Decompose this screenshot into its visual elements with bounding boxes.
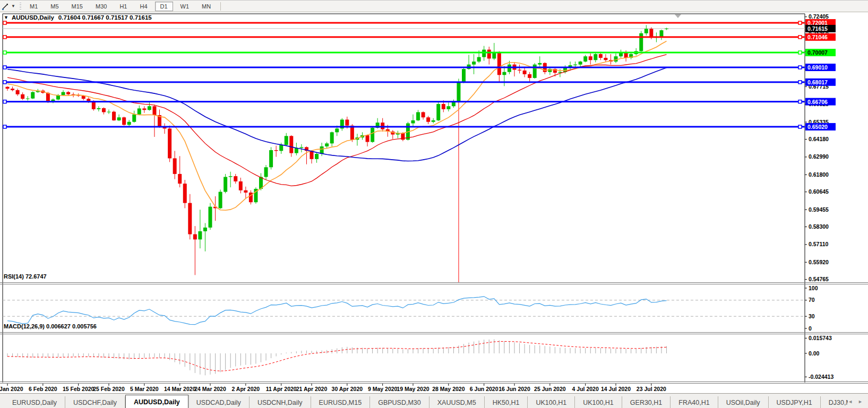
candle-body xyxy=(487,50,491,59)
hline-handle[interactable] xyxy=(3,66,6,69)
time-tick-label: 28 May 2020 xyxy=(432,386,465,392)
tab-uk100-h1[interactable]: UK100,H1 xyxy=(528,396,575,408)
chart-shift-marker-icon[interactable] xyxy=(675,14,681,18)
hline-handle[interactable] xyxy=(3,36,6,39)
hline-handle[interactable] xyxy=(798,66,802,69)
tab-usdcnh-daily[interactable]: USDCNH,Daily xyxy=(250,396,311,408)
price-tick-label: 0.57110 xyxy=(809,241,829,247)
chart-canvas[interactable]: 0.724050.712500.700600.688700.677150.665… xyxy=(0,12,868,393)
rsi-tick-label: 30 xyxy=(809,313,815,319)
toolbar-separator xyxy=(220,2,221,11)
macd-tick-label: -0.024413 xyxy=(809,374,833,380)
rsi-indicator-label: RSI(14) 72.6747 xyxy=(4,273,47,280)
timeframe-button-m5[interactable]: M5 xyxy=(45,2,64,11)
candle-body xyxy=(142,108,146,110)
timeframe-button-d1[interactable]: D1 xyxy=(155,2,173,11)
candle-body xyxy=(442,104,445,109)
time-tick-label: 11 Apr 2020 xyxy=(266,386,297,392)
candle-body xyxy=(173,158,177,173)
hline-0.71046[interactable] xyxy=(3,36,805,39)
hline-handle[interactable] xyxy=(3,125,6,128)
tab-gbpusd-m30[interactable]: GBPUSD,M30 xyxy=(370,396,429,408)
tab-audusd-daily[interactable]: AUDUSD,Daily xyxy=(125,395,188,408)
hline-handle[interactable] xyxy=(3,81,6,84)
hline-body xyxy=(3,66,805,68)
hline-price-badge: 0.65020 xyxy=(805,123,836,131)
candle-body xyxy=(137,108,141,114)
chart-title: ▼ AUDUSD,Daily 0.71604 0.71667 0.71517 0… xyxy=(4,14,152,21)
tab-usdjpy-h1[interactable]: USDJPY,H1 xyxy=(769,396,821,408)
hline-0.72001[interactable] xyxy=(3,21,805,24)
tab-usoil-daily[interactable]: USOil,Daily xyxy=(718,396,769,408)
hline-0.68017[interactable] xyxy=(3,81,805,84)
hline-body xyxy=(3,126,805,127)
hline-handle[interactable] xyxy=(3,51,6,54)
candle-body xyxy=(477,57,481,62)
moving-average-25[interactable] xyxy=(7,55,667,186)
hline-body xyxy=(3,81,805,83)
candle-body xyxy=(579,62,582,65)
tab-ger30-h1[interactable]: GER30,H1 xyxy=(622,396,671,408)
tab-scroll-arrows: ◄ ► xyxy=(848,395,863,408)
hline-0.65020[interactable] xyxy=(3,125,805,128)
candle-body xyxy=(583,56,587,62)
tab-usdcad-daily[interactable]: USDCAD,Daily xyxy=(188,396,250,408)
hline-0.66706[interactable] xyxy=(3,100,805,103)
candles-layer xyxy=(6,25,669,275)
hline-0.70007[interactable] xyxy=(3,51,805,54)
candle-body xyxy=(239,181,243,190)
timeframe-button-h1[interactable]: H1 xyxy=(114,2,132,11)
time-tick-label: 9 May 2020 xyxy=(368,386,398,392)
macd-tick-label: 0.00 xyxy=(809,350,820,357)
hline-handle[interactable] xyxy=(798,36,802,39)
tab-dj30-m15[interactable]: DJ30,M15 xyxy=(821,396,848,408)
line-studies-cursor-icon[interactable] xyxy=(1,2,10,11)
tab-scroll-right-icon[interactable]: ► xyxy=(858,399,863,404)
hline-handle[interactable] xyxy=(798,21,802,24)
candle-body xyxy=(148,106,151,110)
candle-body xyxy=(97,108,100,109)
tab-xauusd-m5[interactable]: XAUUSD,M5 xyxy=(429,396,485,408)
price-tick-label: 0.54765 xyxy=(809,276,829,282)
tab-usdchf-daily[interactable]: USDCHF,Daily xyxy=(65,396,125,408)
price-tick-label: 0.58300 xyxy=(809,223,829,230)
timeframe-button-mn[interactable]: MN xyxy=(196,2,216,11)
tool-dropdown-caret-icon[interactable]: ▼ xyxy=(10,4,16,8)
timeframe-button-m30[interactable]: M30 xyxy=(90,2,112,11)
candle-body xyxy=(66,92,70,94)
candle-body xyxy=(497,53,501,75)
tab-fra40-h1[interactable]: FRA40,H1 xyxy=(671,396,718,408)
candle-body xyxy=(533,65,537,78)
price-tick-label: 0.55920 xyxy=(809,259,829,265)
tab-scroll-left-icon[interactable]: ◄ xyxy=(848,399,853,404)
hline-handle[interactable] xyxy=(3,21,6,24)
hline-handle[interactable] xyxy=(798,51,802,54)
tab-hk50-h1[interactable]: HK50,H1 xyxy=(485,396,528,408)
timeframe-button-m15[interactable]: M15 xyxy=(66,2,88,11)
candle-body xyxy=(426,117,430,121)
timeframe-buttons: M1M5M15M30H1H4D1W1MN xyxy=(23,2,217,11)
toolbar-grip[interactable] xyxy=(20,2,21,11)
candle-body xyxy=(411,120,415,124)
candle-body xyxy=(665,29,668,29)
timeframe-button-m1[interactable]: M1 xyxy=(24,2,43,11)
hline-price-badge: 0.71046 xyxy=(805,33,836,41)
price-tick-label: 0.60645 xyxy=(809,188,829,195)
candle-body xyxy=(599,54,603,58)
candle-body xyxy=(457,82,460,101)
tab-eurusd-m15[interactable]: EURUSD,M15 xyxy=(311,396,371,408)
hline-handle[interactable] xyxy=(798,81,802,84)
hline-handle[interactable] xyxy=(798,125,802,128)
candle-body xyxy=(523,71,527,74)
hline-0.69010[interactable] xyxy=(3,66,805,69)
hline-handle[interactable] xyxy=(798,100,802,103)
tab-eurusd-daily[interactable]: EURUSD,Daily xyxy=(4,396,65,408)
timeframe-button-h4[interactable]: H4 xyxy=(134,2,152,11)
tab-uk100-h1[interactable]: UK100,H1 xyxy=(575,396,622,408)
candle-body xyxy=(21,94,24,99)
hline-handle[interactable] xyxy=(3,100,6,103)
candle-body xyxy=(244,190,247,193)
macd-indicator-label: MACD(12,26,9) 0.006627 0.005756 xyxy=(4,323,97,329)
candle-body xyxy=(432,120,435,122)
timeframe-button-w1[interactable]: W1 xyxy=(175,2,195,11)
